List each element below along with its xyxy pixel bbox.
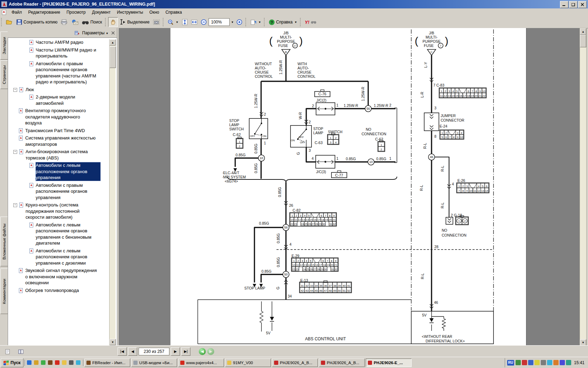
quick-launch-icon-6[interactable] [61, 360, 68, 366]
next-page-button[interactable]: ▶ [171, 347, 180, 356]
bookmark-item[interactable]: Трансмиссия Part Time 4WD [8, 128, 109, 134]
bookmark-item[interactable]: Вентилятор промежуточного охладителя над… [8, 108, 109, 126]
menu-2[interactable]: Просмотр [63, 9, 89, 16]
menu-1[interactable]: Редактирование [25, 9, 63, 16]
first-page-button[interactable]: |◀ [118, 347, 127, 356]
menu-0[interactable]: Файл [8, 9, 25, 16]
bookmark-item[interactable]: Частоты AM/FM радио [8, 39, 109, 46]
bookmark-label[interactable]: Система управления жесткостью амортизато… [25, 135, 97, 147]
options-menu-button[interactable]: Параметры ▼ [82, 30, 108, 35]
quick-launch-icon-7[interactable] [68, 360, 75, 366]
fit-height-button[interactable] [180, 17, 189, 27]
menu-3[interactable]: Документ [89, 9, 114, 16]
sidebar-tab-2[interactable]: Вложенные файлы [0, 217, 8, 266]
page-size-icon[interactable] [5, 349, 10, 354]
bookmark-label[interactable]: Автомобили с левым расположением органов… [36, 222, 100, 246]
tray-icon-1[interactable] [516, 360, 521, 365]
language-indicator[interactable]: RU [507, 360, 514, 366]
print-button[interactable] [59, 17, 70, 27]
previous-page-button[interactable]: ◀ [128, 347, 137, 356]
previous-view-button[interactable]: ◀ [199, 348, 206, 355]
zoom-in-button[interactable] [235, 17, 244, 27]
tray-icon-5[interactable] [541, 360, 546, 365]
bookmark-item[interactable]: Автомобили с правым расположением органо… [8, 61, 109, 85]
save-copy-button[interactable]: Сохранить копию [15, 17, 59, 27]
create-pdf-button[interactable]: ▼ [248, 17, 263, 27]
toolbar-grip[interactable] [245, 18, 247, 26]
bookmark-item[interactable]: Автомобили с левым расположением органов… [8, 162, 109, 181]
quick-launch-icon-4[interactable] [47, 360, 54, 366]
bookmark-item[interactable]: 2-дверные модели автомобилей [8, 94, 109, 106]
taskbar-window-6[interactable]: PHJE9026_A_B... [319, 359, 365, 367]
yahoo-search-button[interactable]: Y! [303, 17, 318, 27]
panel-close-icon[interactable] [111, 31, 115, 35]
bookmark-label[interactable]: 2-дверные модели автомобилей [36, 94, 100, 106]
bookmark-label[interactable]: Круиз-контроль (система поддержания пост… [26, 202, 97, 220]
bookmark-label[interactable]: Частоты LW/MW/FM радио и проигрыватель [36, 47, 100, 59]
scrollbar-thumb[interactable] [110, 46, 116, 68]
last-page-button[interactable]: ▶| [181, 347, 190, 356]
fit-width-button[interactable] [189, 17, 199, 27]
bookmark-label[interactable]: Анти-блокировочная система тормозов (ABS… [26, 149, 97, 161]
menu-4[interactable]: Инструменты [114, 9, 146, 16]
bookmark-item[interactable]: Автомобили с левым расположением органов… [8, 248, 109, 266]
close-button[interactable] [578, 1, 587, 8]
toolbar-grip[interactable] [1, 18, 3, 26]
page-layout-icon[interactable] [18, 349, 24, 354]
bookmark-label[interactable]: Автомобили с левым расположением органов… [36, 248, 100, 266]
bookmarks-scrollbar[interactable]: ▲ ▼ [109, 39, 115, 345]
title-bar[interactable]: Adobe Reader - [PHJE9026-E_PAJERO_96_ELE… [0, 0, 588, 8]
taskbar-window-3[interactable]: www.pajero4x4... [178, 359, 224, 367]
snapshot-button[interactable] [151, 17, 162, 27]
bookmark-item[interactable]: Автомобили с левым расположением органов… [8, 222, 109, 246]
bookmark-label[interactable]: Звуковой сигнал предупреждения о включен… [25, 267, 97, 286]
zoom-level-caret[interactable]: ▼ [230, 17, 235, 27]
toolbar-grip[interactable] [300, 18, 302, 26]
quick-launch-icon-1[interactable] [26, 360, 33, 366]
quick-launch-icon-3[interactable] [40, 360, 47, 366]
tray-icon-3[interactable] [528, 360, 533, 365]
expander-minus-icon[interactable]: − [13, 88, 17, 92]
bookmark-item[interactable]: Обогрев топливопровода [8, 287, 109, 294]
bookmark-item[interactable]: Частоты LW/MW/FM радио и проигрыватель [8, 47, 109, 59]
menu-5[interactable]: Окно [146, 9, 162, 16]
bookmark-label[interactable]: Люк [26, 87, 34, 93]
expander-minus-icon[interactable]: − [13, 150, 17, 154]
bookmark-item[interactable]: −Круиз-контроль (система поддержания пос… [8, 202, 109, 220]
bookmark-label[interactable]: Вентилятор промежуточного охладителя над… [25, 108, 97, 126]
minimize-button[interactable] [560, 1, 568, 8]
tray-icon-7[interactable] [553, 360, 559, 365]
tray-icon-9[interactable] [566, 360, 571, 365]
open-button[interactable] [4, 17, 15, 27]
doc-scroll-up-icon[interactable]: ▲ [580, 28, 586, 35]
bookmark-label[interactable]: Частоты AM/FM радио [36, 39, 83, 46]
bookmark-label[interactable]: Автомобили с левым расположением органов… [36, 162, 100, 181]
select-text-button[interactable]: Выделение [118, 17, 152, 27]
document-scrollbar[interactable]: ▲ ▼ [580, 28, 587, 346]
bookmark-item[interactable]: Звуковой сигнал предупреждения о включен… [8, 267, 109, 286]
tray-icon-2[interactable] [522, 360, 527, 365]
search-button[interactable]: Поиск [80, 17, 104, 27]
help-button[interactable]: ? Справка▼ [267, 17, 299, 27]
taskbar-window-1[interactable]: FBReader - Имп... [84, 359, 130, 367]
tray-icon-8[interactable] [560, 360, 565, 365]
bookmark-item[interactable]: −Люк [8, 87, 109, 93]
toolbar-grip[interactable] [163, 18, 165, 26]
bookmark-item[interactable]: Автомобили с правым расположением органо… [8, 182, 109, 201]
toolbar-grip[interactable] [264, 18, 266, 26]
quick-launch-icon-2[interactable] [33, 360, 40, 366]
tray-icon-4[interactable] [534, 360, 540, 365]
zoom-tool-button[interactable]: ▼ [166, 17, 180, 27]
taskbar-window-4[interactable]: 91MY_V00 [225, 359, 271, 367]
sidebar-tab-3[interactable]: Комментарии [0, 268, 8, 314]
bookmark-label[interactable]: Автомобили с правым расположением органо… [36, 182, 100, 201]
doc-scrollbar-thumb[interactable] [580, 35, 586, 47]
sidebar-tab-1[interactable]: Страницы [0, 60, 8, 89]
quick-launch-icon-8[interactable] [75, 360, 82, 366]
expander-minus-icon[interactable]: − [13, 203, 17, 207]
scroll-down-icon[interactable]: ▼ [110, 339, 116, 345]
taskbar-window-2[interactable]: USB-модем «Би... [131, 359, 177, 367]
email-button[interactable] [70, 17, 80, 27]
start-button[interactable]: Пуск [1, 358, 23, 367]
next-view-button[interactable]: ▶ [207, 348, 214, 355]
